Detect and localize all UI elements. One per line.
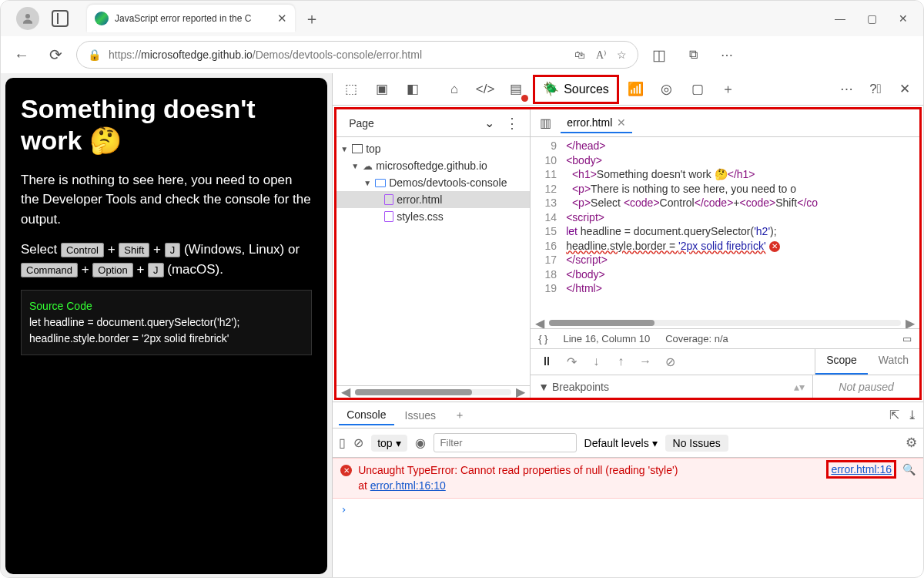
url-host: microsoftedge.github.io	[141, 49, 253, 61]
console-tab-icon[interactable]: ▤	[502, 76, 530, 103]
console-error-message[interactable]: ✕ Uncaught TypeError: Cannot read proper…	[333, 458, 923, 499]
more-tabs-button[interactable]: ＋	[715, 76, 742, 103]
profile-avatar[interactable]	[16, 7, 39, 30]
dock-side-icon[interactable]: ◧	[399, 76, 427, 103]
page-dropdown[interactable]: Page	[343, 113, 500, 134]
edge-favicon-icon	[95, 12, 109, 25]
favorite-icon[interactable]: ☆	[617, 49, 627, 62]
sources-pane: Page ⋮ ▼top ▼microsoftedge.github.io ▼De…	[334, 107, 922, 400]
step-out-button[interactable]: ↑	[611, 355, 631, 369]
cursor-position: Line 16, Column 10	[563, 333, 650, 344]
scroll-left-icon[interactable]: ◀	[341, 385, 350, 399]
workspaces-icon[interactable]	[52, 10, 69, 27]
address-bar[interactable]: 🔒 https://microsoftedge.github.io/Demos/…	[76, 41, 638, 69]
performance-tab-icon[interactable]: ◎	[653, 76, 681, 103]
frame-icon	[352, 144, 363, 153]
navigator-more-button[interactable]: ⋮	[500, 115, 524, 132]
error-marker-icon[interactable]: ✕	[769, 241, 780, 252]
new-tab-button[interactable]: ＋	[304, 8, 320, 29]
console-messages: ✕ Uncaught TypeError: Cannot read proper…	[333, 458, 923, 578]
toggle-sidebar-icon[interactable]: ▯	[339, 435, 346, 450]
no-issues-badge[interactable]: No Issues	[665, 435, 728, 452]
editor-column: ▥ error.html ✕ 910111213141516171819 </h…	[531, 109, 919, 398]
inspect-element-icon[interactable]: ⬚	[337, 76, 365, 103]
settings-menu-button[interactable]: ⋯	[714, 42, 740, 68]
stack-trace-link[interactable]: error.html:16:10	[370, 479, 446, 492]
filter-input[interactable]	[434, 433, 577, 452]
welcome-tab-icon[interactable]: ⌂	[440, 76, 468, 103]
tree-domain[interactable]: ▼microsoftedge.github.io	[336, 157, 530, 174]
search-error-icon[interactable]: 🔍	[902, 463, 916, 476]
tree-top-frame[interactable]: ▼top	[336, 140, 530, 157]
step-button[interactable]: →	[635, 355, 655, 369]
page-heading: Something doesn't work 🤔	[21, 93, 312, 156]
application-tab-icon[interactable]: ▢	[684, 76, 711, 103]
dock-drawer-icon[interactable]: ⤓	[907, 408, 917, 422]
expand-drawer-icon[interactable]: ⇱	[889, 408, 899, 422]
read-aloud-icon[interactable]: A⁾	[596, 49, 606, 62]
step-over-button[interactable]: ↷	[561, 355, 581, 369]
show-editor-icon[interactable]: ▭	[902, 333, 912, 344]
editor-tab-error-html[interactable]: error.html ✕	[561, 113, 632, 133]
clear-console-button[interactable]: ⊘	[353, 435, 363, 450]
tab-title: JavaScript error reported in the C	[115, 13, 271, 24]
debugger-toolbar: ⏸ ↷ ↓ ↑ → ⊘ Scope Watch	[531, 348, 919, 375]
network-tab-icon[interactable]: 📶	[622, 76, 650, 103]
browser-tab[interactable]: JavaScript error reported in the C ✕	[87, 5, 295, 32]
site-info-icon[interactable]: 🔒	[88, 49, 101, 61]
tree-file-error-html[interactable]: error.html	[336, 191, 530, 208]
elements-tab-icon[interactable]: </>	[471, 76, 499, 103]
live-expression-icon[interactable]: ◉	[415, 435, 426, 450]
code-label: Source Code	[29, 298, 303, 314]
help-button[interactable]: ?⃝	[862, 76, 889, 103]
console-prompt[interactable]: ›	[333, 499, 923, 520]
console-tab[interactable]: Console	[339, 405, 393, 425]
url-path: /Demos/devtools-console/error.html	[253, 49, 422, 61]
tab-close-button[interactable]: ✕	[277, 12, 287, 25]
window-close-button[interactable]: ✕	[899, 12, 908, 25]
error-source-link[interactable]: error.html:16	[826, 460, 896, 479]
context-selector[interactable]: top ▾	[371, 435, 407, 452]
editor-tab-close-button[interactable]: ✕	[617, 116, 626, 129]
split-screen-icon[interactable]: ◫	[646, 42, 672, 68]
code-editor[interactable]: 910111213141516171819 </head> <body> <h1…	[531, 137, 919, 318]
source-code-block: Source Code let headline = document.quer…	[21, 290, 312, 355]
console-settings-icon[interactable]: ⚙	[906, 435, 917, 451]
window-maximize-button[interactable]: ▢	[867, 12, 877, 25]
refresh-button[interactable]	[42, 42, 69, 68]
scope-tab[interactable]: Scope	[815, 349, 868, 375]
editor-status-bar: { } Line 16, Column 10 Coverage: n/a ▭	[531, 328, 919, 348]
watch-tab[interactable]: Watch	[868, 349, 919, 375]
tree-folder[interactable]: ▼Demos/devtools-console	[336, 174, 530, 191]
kbd-control: Control	[61, 243, 104, 257]
close-devtools-button[interactable]: ✕	[891, 76, 919, 103]
coverage-status: Coverage: n/a	[665, 333, 728, 344]
collections-icon[interactable]: ⧉	[680, 42, 706, 68]
line-gutter: 910111213141516171819	[531, 137, 563, 318]
device-toggle-icon[interactable]: ▣	[368, 76, 396, 103]
pretty-print-button[interactable]: { }	[538, 333, 547, 344]
deactivate-breakpoints-button[interactable]: ⊘	[660, 355, 680, 369]
not-paused-message: Not paused	[812, 375, 919, 398]
issues-tab[interactable]: Issues	[397, 406, 444, 425]
shopping-icon[interactable]: 🛍	[574, 49, 585, 62]
kbd-option: Option	[92, 263, 132, 277]
pause-button[interactable]: ⏸	[537, 355, 557, 369]
more-tools-button[interactable]: ⋯	[832, 76, 860, 103]
window-controls: — ▢ ✕	[835, 12, 917, 25]
sources-tab[interactable]: 🪲 Sources	[533, 75, 619, 104]
code-lines[interactable]: </head> <body> <h1>Something doesn't wor…	[563, 137, 919, 318]
step-into-button[interactable]: ↓	[586, 355, 606, 369]
scroll-right-icon[interactable]: ▶	[516, 385, 525, 399]
page-paragraph-2: Select Control + Shift + J (Windows, Lin…	[21, 240, 312, 279]
document-icon	[384, 194, 393, 205]
editor-navigate-icon[interactable]: ▥	[535, 116, 556, 130]
window-minimize-button[interactable]: —	[835, 12, 845, 25]
folder-icon	[375, 179, 386, 187]
tree-file-styles-css[interactable]: styles.css	[336, 208, 530, 225]
back-button[interactable]	[8, 42, 35, 68]
breakpoints-section[interactable]: ▼ Breakpoints▴▾	[531, 375, 812, 398]
add-drawer-tab-button[interactable]: ＋	[447, 405, 473, 425]
kbd-shift: Shift	[119, 243, 149, 257]
log-levels-dropdown[interactable]: Default levels ▾	[584, 437, 658, 449]
